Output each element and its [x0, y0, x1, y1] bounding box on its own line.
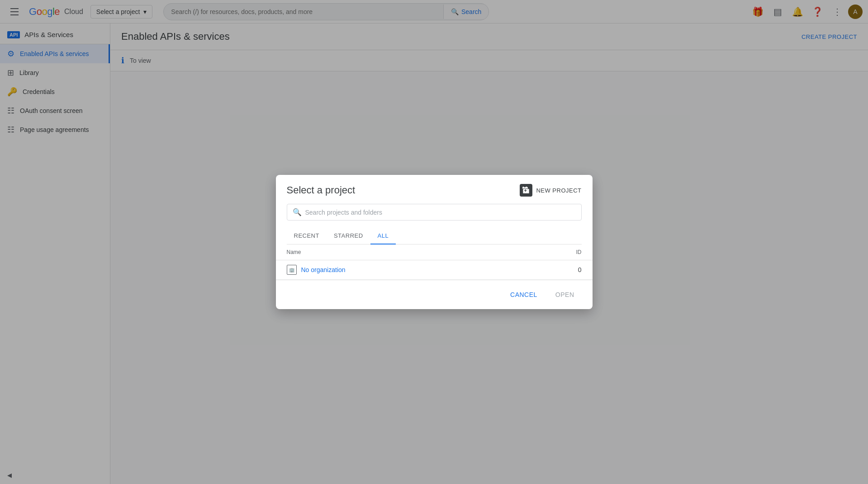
col-id-header: ID: [545, 249, 582, 255]
open-button[interactable]: OPEN: [548, 287, 582, 302]
new-project-label: NEW PROJECT: [536, 187, 581, 194]
tab-all[interactable]: ALL: [370, 228, 396, 244]
row-name[interactable]: No organization: [301, 266, 545, 273]
cancel-button[interactable]: CANCEL: [503, 287, 545, 302]
dialog-footer: CANCEL OPEN: [276, 280, 593, 309]
dialog-search-icon: 🔍: [293, 208, 302, 216]
dialog-overlay[interactable]: Select a project NEW PROJECT 🔍 RECENT ST…: [0, 0, 868, 484]
col-name-header: Name: [287, 249, 545, 255]
table-row[interactable]: 🏢 No organization 0: [276, 260, 593, 280]
select-project-dialog: Select a project NEW PROJECT 🔍 RECENT ST…: [276, 175, 593, 309]
dialog-header: Select a project NEW PROJECT: [276, 175, 593, 204]
org-icon: 🏢: [287, 265, 297, 275]
dialog-search-bar: 🔍: [287, 204, 582, 221]
dialog-table: Name ID 🏢 No organization 0: [276, 244, 593, 280]
tab-starred[interactable]: STARRED: [327, 228, 370, 244]
tab-recent[interactable]: RECENT: [287, 228, 327, 244]
dialog-title: Select a project: [287, 184, 356, 196]
row-id: 0: [545, 266, 582, 273]
dialog-search-input[interactable]: [305, 209, 576, 216]
new-project-icon: [520, 184, 532, 197]
dialog-tabs: RECENT STARRED ALL: [287, 228, 582, 244]
table-header: Name ID: [276, 244, 593, 260]
new-project-button[interactable]: NEW PROJECT: [520, 184, 581, 197]
